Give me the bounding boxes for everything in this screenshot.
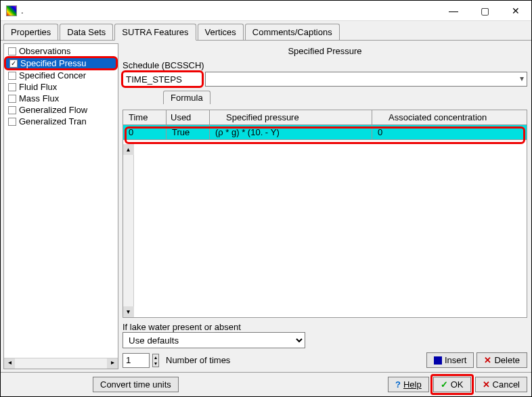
bottom-controls: If lake water present or absent Use defa…	[123, 318, 527, 369]
schedule-input[interactable]	[123, 72, 202, 87]
tab-bar: Properties Data Sets SUTRA Features Vert…	[1, 21, 531, 40]
tree-item-gen-tran[interactable]: Generalized Tran	[4, 116, 118, 127]
close-button[interactable]: ✕	[500, 1, 531, 21]
minimize-button[interactable]: —	[438, 1, 469, 21]
insert-icon	[434, 356, 442, 365]
tab-vertices[interactable]: Vertices	[198, 24, 244, 40]
checkbox-icon[interactable]	[8, 118, 16, 126]
lake-select[interactable]: Use defaults	[123, 332, 305, 348]
maximize-button[interactable]: ▢	[469, 1, 500, 21]
ntimes-label: Number of times	[166, 355, 230, 365]
question-icon: ?	[395, 379, 401, 390]
tree-item-specified-conc[interactable]: Specified Concer	[4, 70, 118, 81]
table-header: Time Used Specified pressure Associated …	[123, 110, 527, 125]
tab-comments[interactable]: Comments/Captions	[245, 24, 340, 40]
checkbox-icon[interactable]	[8, 72, 16, 80]
x-icon: ✕	[483, 379, 490, 390]
spin-up-icon[interactable]: ▴	[153, 354, 158, 360]
dialog-window: . — ▢ ✕ Properties Data Sets SUTRA Featu…	[0, 0, 532, 397]
window-title: .	[21, 5, 24, 16]
panel-heading: Specified Pressure	[123, 43, 527, 60]
checkbox-icon[interactable]	[8, 95, 16, 103]
col-conc: Associated concentration	[372, 110, 527, 124]
checkbox-icon[interactable]: ✓	[9, 60, 18, 68]
cell-conc[interactable]: 0	[372, 125, 527, 139]
footer: Convert time units ?Help ✓OK ✕Cancel	[1, 372, 531, 396]
help-button[interactable]: ?Help	[388, 377, 429, 392]
checkbox-icon[interactable]	[8, 83, 16, 91]
app-icon	[6, 5, 17, 16]
cell-used[interactable]: True	[167, 125, 210, 139]
tab-properties[interactable]: Properties	[3, 24, 58, 40]
cancel-button[interactable]: ✕Cancel	[475, 377, 527, 392]
lake-label: If lake water present or absent	[123, 322, 527, 332]
col-time: Time	[123, 110, 167, 124]
convert-time-units-button[interactable]: Convert time units	[93, 377, 179, 392]
tree-item-mass-flux[interactable]: Mass Flux	[4, 93, 118, 104]
data-table: Time Used Specified pressure Associated …	[123, 110, 527, 318]
tree-hscroll[interactable]: ◂▸	[4, 358, 118, 369]
right-panel: Specified Pressure Schedule (BCSSCH) For…	[120, 41, 531, 372]
tree-item-observations[interactable]: Observations	[4, 45, 118, 57]
feature-tree: Observations ✓Specified Pressu Specified…	[3, 43, 118, 369]
ok-button[interactable]: ✓OK	[433, 377, 471, 392]
tree-item-fluid-flux[interactable]: Fluid Flux	[4, 81, 118, 93]
col-pressure: Specified pressure	[210, 110, 372, 124]
cell-pressure[interactable]: (ρ * g) * (10. - Y)	[210, 125, 372, 139]
col-used: Used	[167, 110, 210, 124]
tab-formula[interactable]: Formula	[163, 91, 210, 104]
x-icon: ✕	[484, 355, 491, 365]
tree-item-gen-flow[interactable]: Generalized Flow	[4, 104, 118, 116]
schedule-label: Schedule (BCSSCH)	[123, 60, 527, 70]
check-icon: ✓	[441, 379, 448, 390]
body: Observations ✓Specified Pressu Specified…	[1, 40, 531, 372]
tree-item-specified-pressure[interactable]: ✓Specified Pressu	[5, 57, 116, 69]
table-row[interactable]: 0 True (ρ * g) * (10. - Y) 0	[123, 125, 527, 140]
spin-down-icon[interactable]: ▾	[153, 360, 158, 367]
insert-button[interactable]: Insert	[426, 352, 474, 368]
tab-data-sets[interactable]: Data Sets	[60, 24, 113, 40]
checkbox-icon[interactable]	[8, 106, 16, 114]
checkbox-icon[interactable]	[8, 47, 16, 55]
schedule-dropdown[interactable]	[205, 72, 527, 87]
ntimes-input[interactable]	[123, 353, 150, 368]
titlebar: . — ▢ ✕	[1, 1, 531, 21]
delete-button[interactable]: ✕Delete	[476, 352, 527, 368]
table-vscroll[interactable]: ▴▾	[123, 144, 134, 317]
cell-time[interactable]: 0	[123, 125, 167, 139]
tab-sutra-features[interactable]: SUTRA Features	[114, 24, 196, 41]
